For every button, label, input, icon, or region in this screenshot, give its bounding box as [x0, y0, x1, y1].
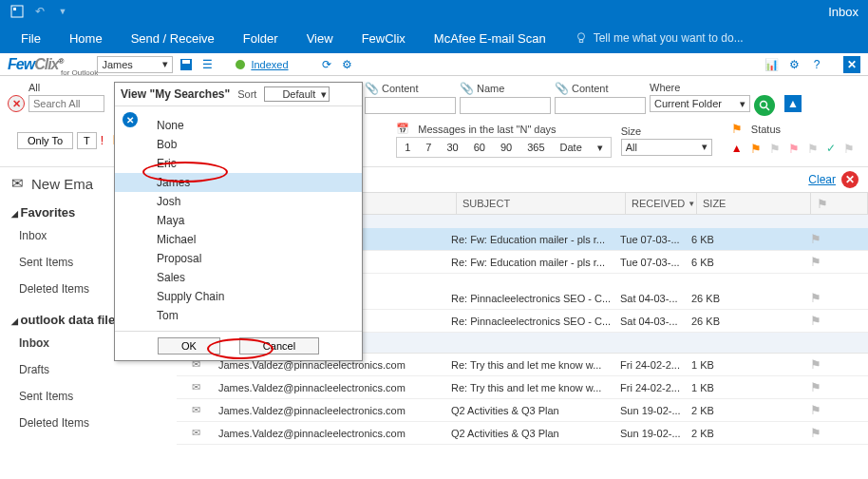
- popup-item[interactable]: Supply Chain: [115, 287, 362, 306]
- col-size[interactable]: SIZE: [697, 193, 811, 214]
- row-flag-icon[interactable]: ⚑: [802, 380, 830, 394]
- gear-icon[interactable]: ⚙: [340, 57, 355, 72]
- popup-item[interactable]: Josh: [115, 192, 362, 211]
- gear2-icon[interactable]: ⚙: [786, 57, 802, 72]
- popup-sort-dropdown[interactable]: Default: [264, 86, 330, 102]
- clear-search-button[interactable]: ✕: [8, 95, 25, 112]
- popup-item[interactable]: Maya: [115, 211, 362, 230]
- save-icon[interactable]: [179, 57, 194, 72]
- help-icon[interactable]: ?: [809, 57, 824, 72]
- tab-folder[interactable]: Folder: [243, 31, 278, 46]
- envelope-icon: ✉: [177, 404, 215, 416]
- svg-point-2: [577, 33, 584, 40]
- content2-input[interactable]: [555, 97, 646, 114]
- indexed-link[interactable]: Indexed: [251, 59, 288, 70]
- col-flag[interactable]: ⚑: [811, 193, 868, 214]
- received-cell: Sat 04-03-...: [616, 316, 688, 327]
- size-cell: 2 KB: [688, 428, 802, 439]
- flag-1-icon[interactable]: ⚑: [750, 142, 762, 156]
- tab-view[interactable]: View: [307, 31, 333, 46]
- profile-dropdown-value: James: [102, 59, 132, 70]
- popup-item[interactable]: Tom: [115, 306, 362, 325]
- only-to-button[interactable]: Only To: [17, 132, 73, 149]
- col-subject[interactable]: SUBJECT: [457, 193, 626, 214]
- where-label: Where: [650, 82, 750, 93]
- row-flag-icon[interactable]: ⚑: [802, 426, 830, 440]
- message-row[interactable]: ✉James.Valdez@pinnacleelectronics.comQ2 …: [177, 422, 868, 445]
- popup-ok-button[interactable]: OK: [158, 337, 220, 354]
- size-cell: 26 KB: [688, 293, 802, 304]
- window-title: Inbox: [828, 5, 859, 19]
- flag-4-icon[interactable]: ⚑: [807, 142, 819, 156]
- caret-down-icon: ▾: [590, 142, 611, 154]
- row-flag-icon[interactable]: ⚑: [802, 232, 830, 246]
- size-cell: 6 KB: [688, 234, 802, 245]
- svg-line-7: [766, 107, 769, 110]
- close-panel-button[interactable]: ✕: [843, 56, 860, 73]
- title-bar: ↶ ▼ Inbox: [0, 0, 868, 23]
- row-flag-icon[interactable]: ⚑: [802, 357, 830, 372]
- row-flag-icon[interactable]: ⚑: [802, 291, 830, 305]
- popup-item[interactable]: Bob: [115, 135, 362, 154]
- recent-label: 📅 Messages in the last "N" days: [396, 123, 612, 135]
- calendar-icon: 📅: [396, 123, 409, 135]
- content1-input[interactable]: [365, 97, 456, 114]
- clip-icon: 📎: [365, 82, 379, 95]
- df-deleted[interactable]: Deleted Items: [11, 412, 165, 433]
- flag-5-icon[interactable]: ⚑: [843, 142, 855, 156]
- expand-button[interactable]: ▲: [784, 95, 802, 112]
- popup-item[interactable]: Eric: [115, 154, 362, 173]
- search-all-input[interactable]: [28, 95, 104, 112]
- search-icon: [759, 100, 770, 111]
- popup-item[interactable]: Proposal: [115, 249, 362, 268]
- name-input[interactable]: [460, 97, 551, 114]
- where-dropdown[interactable]: Current Folder ▾: [650, 95, 750, 112]
- popup-item[interactable]: Sales: [115, 268, 362, 287]
- profile-dropdown[interactable]: James ▾: [97, 56, 173, 73]
- svg-rect-1: [13, 8, 16, 10]
- to-button[interactable]: T: [77, 132, 97, 149]
- tab-mcafee[interactable]: McAfee E-mail Scan: [434, 31, 546, 46]
- message-row[interactable]: ✉James.Valdez@pinnacleelectronics.comRe:…: [177, 376, 868, 399]
- tab-file[interactable]: File: [21, 31, 41, 46]
- qat-dropdown-icon[interactable]: ▼: [55, 4, 70, 19]
- from-cell: James.Valdez@pinnacleelectronics.com: [215, 405, 447, 416]
- status-label: ⚑ Status: [731, 122, 855, 136]
- size-dropdown[interactable]: All ▾: [621, 139, 712, 156]
- popup-sort-label: Sort: [237, 88, 256, 100]
- priority-icon[interactable]: !: [101, 134, 104, 147]
- tab-home[interactable]: Home: [69, 31, 103, 46]
- tab-send-receive[interactable]: Send / Receive: [131, 31, 215, 46]
- popup-item[interactable]: Michael: [115, 230, 362, 249]
- clip-icon: 📎: [555, 82, 569, 95]
- warning-icon[interactable]: ▲: [731, 142, 743, 155]
- tab-fewclix[interactable]: FewClix: [362, 31, 406, 46]
- my-searches-popup: View "My Searches" Sort Default ✕ NoneBo…: [114, 82, 363, 361]
- search-button[interactable]: [754, 95, 775, 116]
- tell-me[interactable]: Tell me what you want to do...: [575, 31, 744, 45]
- sort-desc-icon: ▼: [688, 200, 695, 208]
- subject-cell: Re: Pinnacleelectronics SEO - C...: [447, 316, 616, 327]
- row-flag-icon[interactable]: ⚑: [802, 403, 830, 417]
- popup-item[interactable]: None: [115, 116, 362, 135]
- df-drafts[interactable]: Drafts: [11, 359, 165, 380]
- df-sent[interactable]: Sent Items: [11, 386, 165, 407]
- close-results-button[interactable]: ✕: [841, 171, 859, 188]
- undo-icon[interactable]: ↶: [32, 4, 47, 19]
- flag-2-icon[interactable]: ⚑: [769, 142, 781, 156]
- col-received[interactable]: RECEIVED ▼: [626, 193, 697, 214]
- row-flag-icon[interactable]: ⚑: [802, 255, 830, 269]
- refresh-icon[interactable]: ⟳: [319, 57, 334, 72]
- check-icon[interactable]: ✓: [826, 142, 836, 155]
- row-flag-icon[interactable]: ⚑: [802, 314, 830, 328]
- flag-3-icon[interactable]: ⚑: [788, 142, 800, 156]
- days-selector[interactable]: 1 7 30 60 90 365 Date ▾: [396, 137, 612, 158]
- list-icon[interactable]: ☰: [199, 57, 215, 72]
- clear-link[interactable]: Clear: [808, 173, 836, 186]
- chart-icon[interactable]: 📊: [764, 57, 779, 72]
- message-row[interactable]: ✉James.Valdez@pinnacleelectronics.comQ2 …: [177, 399, 868, 422]
- popup-cancel-button[interactable]: Cancel: [239, 337, 319, 354]
- qat-icon[interactable]: [9, 4, 25, 19]
- popup-item[interactable]: James: [115, 173, 362, 192]
- caret-down-icon: ▾: [740, 98, 745, 110]
